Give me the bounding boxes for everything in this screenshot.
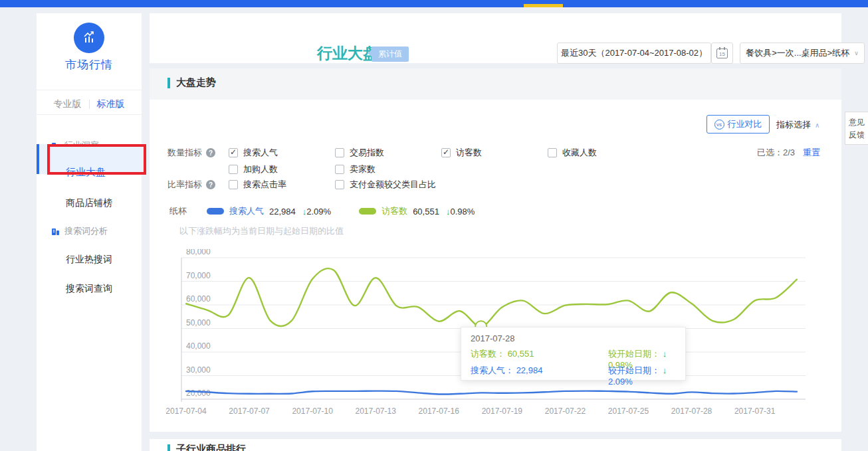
checkbox[interactable]: [335, 180, 344, 189]
down-arrow-icon: ↓: [663, 349, 667, 359]
building-icon: [51, 227, 60, 236]
annotation-highlight-box: [47, 144, 146, 175]
divider: [37, 90, 142, 90]
top-nav-bar: [0, 0, 868, 7]
next-section-title: 子行业商品排行: [167, 443, 246, 451]
ratio-metrics-label: 比率指标 ?: [167, 179, 215, 191]
feedback-tab[interactable]: 意见 反馈: [845, 112, 868, 145]
date-range-selector[interactable]: 最近30天（2017-07-04~2017-08-02）: [557, 43, 711, 64]
tooltip-row-search-popularity: 搜索人气： 22,984 较开始日期： ↓ 2.09%: [471, 365, 676, 377]
section-tick-bar: [167, 78, 170, 88]
checkbox-transaction-index[interactable]: 交易指数: [335, 147, 384, 159]
next-section-strip: 子行业商品排行: [150, 439, 841, 451]
svg-text:2017-07-10: 2017-07-10: [292, 406, 333, 416]
svg-text:80,000: 80,000: [186, 249, 211, 256]
selected-count: 已选：2/3 重置: [757, 147, 820, 159]
category-dropdown[interactable]: 餐饮具>一次...桌用品>纸杯 ∨: [740, 43, 865, 64]
reset-link[interactable]: 重置: [803, 147, 820, 159]
checkbox[interactable]: [335, 165, 344, 174]
compare-button-label: 行业对比: [728, 118, 762, 130]
svg-text:2017-07-19: 2017-07-19: [482, 406, 523, 416]
svg-text:20,000: 20,000: [186, 389, 211, 398]
section-strip: [150, 68, 841, 100]
legend-category: 纸杯: [169, 205, 187, 217]
svg-text:2017-07-31: 2017-07-31: [734, 406, 776, 416]
version-switcher: 专业版 标准版: [37, 94, 142, 114]
market-chart-logo-icon: [74, 23, 104, 53]
checkbox-sellers[interactable]: 卖家数: [335, 163, 376, 175]
industry-compare-button[interactable]: vs 行业对比: [706, 115, 770, 134]
divider: [37, 114, 142, 115]
cumulative-value-badge: 累计值: [372, 46, 409, 62]
chevron-down-icon: ∨: [854, 50, 859, 56]
chart-legend: 纸杯 搜索人气 22,984 ↓ 2.09% 访客数 60,551 ↓ 0.98…: [169, 205, 502, 217]
page-header: 行业大盘 累计值 最近30天（2017-07-04~2017-08-02） 15…: [150, 13, 841, 63]
svg-text:70,000: 70,000: [186, 271, 211, 280]
sidebar-item-product-shop-rank[interactable]: 商品店铺榜: [66, 197, 112, 209]
category-value: 餐饮具>一次...桌用品>纸杯: [746, 47, 849, 59]
section-title-trend: 大盘走势: [167, 76, 216, 89]
checkbox[interactable]: [441, 148, 451, 157]
svg-text:40,000: 40,000: [186, 341, 211, 351]
help-icon[interactable]: ?: [206, 148, 215, 157]
vs-icon: vs: [714, 120, 724, 130]
sidebar: 市场行情 专业版 标准版 行业洞察 行业大盘 商品店铺榜 搜索词分析 行业热搜词…: [37, 13, 142, 451]
active-item-bar: [37, 144, 39, 174]
sidebar-group-search-term-analysis[interactable]: 搜索词分析: [51, 225, 108, 238]
checkbox-cart-adds[interactable]: 加购人数: [229, 163, 278, 175]
sidebar-item-search-word-query[interactable]: 搜索词查询: [66, 283, 112, 295]
tooltip-date: 2017-07-28: [471, 333, 676, 343]
svg-text:2017-07-16: 2017-07-16: [419, 406, 460, 416]
calendar-icon: 15: [716, 48, 728, 58]
metric-select-toggle[interactable]: 指标选择 ∧: [776, 119, 819, 131]
svg-text:30,000: 30,000: [186, 365, 211, 375]
help-icon[interactable]: ?: [206, 180, 215, 189]
legend-pill-search-popularity[interactable]: [207, 208, 224, 215]
checkbox[interactable]: [229, 165, 238, 174]
calendar-button[interactable]: 15: [711, 43, 733, 64]
tooltip-row-visitors: 访客数： 60,551 较开始日期： ↓ 0.98%: [471, 348, 676, 360]
legend-value: 22,984: [269, 207, 296, 217]
checkbox-favorites[interactable]: 收藏人数: [548, 147, 597, 159]
svg-text:2017-07-13: 2017-07-13: [356, 406, 397, 416]
checkbox-payment-share[interactable]: 支付金额较父类目占比: [335, 179, 436, 191]
down-arrow-icon: ↓: [663, 365, 667, 375]
svg-text:2017-07-25: 2017-07-25: [608, 406, 649, 416]
legend-name[interactable]: 访客数: [381, 205, 407, 217]
legend-change: 2.09%: [306, 207, 331, 217]
quantity-metrics-label: 数量指标 ?: [167, 147, 215, 159]
svg-text:50,000: 50,000: [186, 318, 211, 327]
svg-text:60,000: 60,000: [186, 294, 211, 304]
tab-pro-version[interactable]: 专业版: [54, 98, 82, 110]
market-analytics-page: 市场行情 专业版 标准版 行业洞察 行业大盘 商品店铺榜 搜索词分析 行业热搜词…: [0, 0, 868, 451]
chevron-up-icon: ∧: [815, 122, 819, 129]
checkbox[interactable]: [229, 148, 238, 157]
checkbox[interactable]: [548, 148, 557, 157]
checkbox-visitors[interactable]: 访客数: [441, 147, 482, 159]
sidebar-item-hot-search-words[interactable]: 行业热搜词: [66, 254, 112, 266]
legend-value: 60,551: [413, 207, 439, 217]
section-title-text: 大盘走势: [176, 76, 216, 89]
svg-text:2017-07-28: 2017-07-28: [671, 406, 712, 416]
tab-standard-version[interactable]: 标准版: [97, 98, 125, 110]
date-range-value: 最近30天（2017-07-04~2017-08-02）: [561, 47, 707, 59]
sidebar-app-title: 市场行情: [37, 57, 142, 72]
svg-text:2017-07-22: 2017-07-22: [545, 406, 586, 416]
metric-select-label: 指标选择: [776, 119, 811, 131]
legend-change: 0.98%: [450, 207, 475, 217]
checkbox-search-ctr[interactable]: 搜索点击率: [229, 179, 286, 191]
checkbox[interactable]: [229, 180, 238, 189]
sidebar-group-label: 搜索词分析: [64, 225, 108, 237]
checkbox-search-popularity[interactable]: 搜索人气: [229, 147, 278, 159]
legend-name[interactable]: 搜索人气: [229, 205, 264, 217]
svg-text:2017-07-07: 2017-07-07: [229, 406, 270, 416]
chart-tooltip: 2017-07-28 访客数： 60,551 较开始日期： ↓ 0.98% 搜索…: [461, 327, 686, 381]
checkbox[interactable]: [335, 148, 344, 157]
active-tab-indicator: [524, 4, 563, 7]
chart-note: 以下涨跌幅均为当前日期与起始日期的比值: [179, 225, 344, 237]
divider: [89, 100, 90, 109]
section-tick-bar: [167, 444, 170, 451]
svg-text:2017-07-04: 2017-07-04: [166, 406, 207, 416]
legend-pill-visitors[interactable]: [359, 208, 376, 215]
